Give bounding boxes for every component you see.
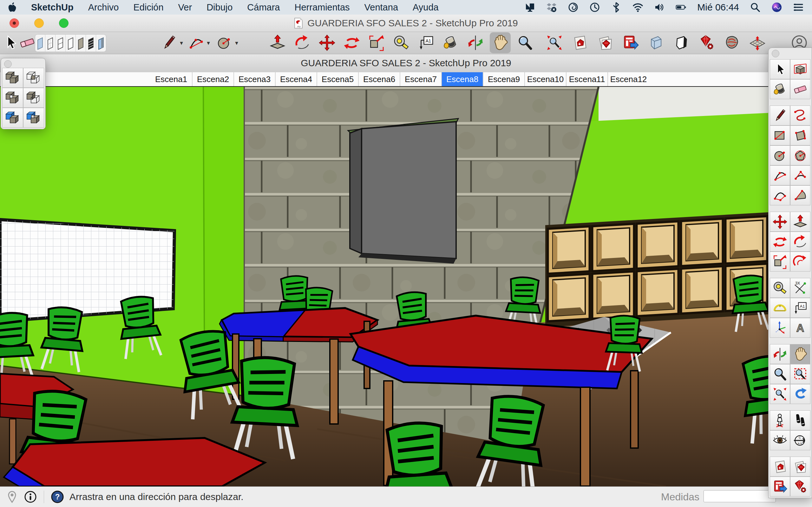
dropbox-icon[interactable] xyxy=(546,2,557,13)
rotate-tool-button[interactable] xyxy=(344,35,360,51)
palette-tool-polygon[interactable] xyxy=(790,146,810,165)
close-button[interactable] xyxy=(9,18,19,28)
materials-button[interactable] xyxy=(724,35,740,51)
palette-tool-axes[interactable] xyxy=(770,318,790,338)
menu-herramientas[interactable]: Herramientas xyxy=(295,2,350,13)
backup-spiral-icon[interactable] xyxy=(568,2,578,13)
tape-measure-tool-button[interactable] xyxy=(393,35,409,51)
apple-menu[interactable] xyxy=(8,2,16,12)
palette-tool-extension-warehouse[interactable] xyxy=(790,476,810,497)
model-viewport[interactable] xyxy=(0,87,812,487)
palette-tool-three-point-arc[interactable] xyxy=(770,185,790,205)
menu-dibujo[interactable]: Dibujo xyxy=(206,2,233,13)
palette-tool-two-point-arc[interactable] xyxy=(770,165,790,185)
palette-tool-look-around[interactable] xyxy=(770,430,790,450)
palette-tool-share-model[interactable] xyxy=(790,457,810,476)
back-edges-style-button[interactable] xyxy=(86,35,96,52)
palette-tool-section-plane[interactable]: CA-S xyxy=(790,430,810,450)
palette-tool-send-to-layout[interactable] xyxy=(770,476,790,497)
palette-tool-move[interactable] xyxy=(770,212,790,232)
shaded-style-button[interactable] xyxy=(65,35,75,52)
tab-escena6[interactable]: Escena6 xyxy=(358,72,400,86)
time-machine-icon[interactable] xyxy=(589,2,600,13)
follow-me-tool-button[interactable] xyxy=(294,35,310,51)
sandbox-button[interactable] xyxy=(749,35,766,51)
palette-tool-protractor[interactable] xyxy=(770,298,790,318)
info-icon[interactable] xyxy=(24,491,37,503)
tab-escena10[interactable]: Escena10 xyxy=(524,72,566,86)
solid-tools-titlebar[interactable] xyxy=(1,58,45,68)
palette-tool-dimensions[interactable]: 3X xyxy=(790,278,810,298)
palette-tool-previous[interactable] xyxy=(790,384,810,404)
line-tool-button[interactable] xyxy=(161,35,177,51)
warehouse-3d-button[interactable] xyxy=(571,35,588,51)
palette-tool-tape-measure[interactable] xyxy=(770,278,790,298)
palette-tool-pie[interactable] xyxy=(790,165,810,185)
minimize-button[interactable] xyxy=(34,18,44,28)
arc-tool-caret[interactable]: ▾ xyxy=(207,39,210,47)
palette-tool-select[interactable] xyxy=(770,59,790,79)
arc-tool-button[interactable] xyxy=(188,35,204,51)
palette-tool-3d-text[interactable]: A xyxy=(790,318,810,338)
palette-tool-paint-bucket[interactable] xyxy=(770,79,790,99)
geolocation-icon[interactable] xyxy=(6,491,18,503)
palette-tool-union[interactable] xyxy=(2,88,23,108)
circle-tool-button[interactable] xyxy=(216,35,233,51)
palette-tool-orbit[interactable] xyxy=(770,344,790,364)
tab-escena1[interactable]: Escena1 xyxy=(150,72,192,86)
menu-camara[interactable]: Cámara xyxy=(247,2,280,13)
zoom-extents-tool-button[interactable] xyxy=(546,35,563,51)
palette-tool-3d-warehouse[interactable] xyxy=(770,457,790,476)
tab-escena9[interactable]: Escena9 xyxy=(483,72,524,86)
spotlight-icon[interactable] xyxy=(750,2,761,13)
notification-center-icon[interactable] xyxy=(793,2,804,13)
menu-ayuda[interactable]: Ayuda xyxy=(413,2,439,13)
palette-close-button-right[interactable] xyxy=(772,50,779,57)
palette-tool-zoom-extents[interactable] xyxy=(770,384,790,404)
palette-tool-make-component[interactable] xyxy=(790,59,810,79)
line-tool-caret[interactable]: ▾ xyxy=(180,39,183,47)
translucent-box-button[interactable] xyxy=(648,35,664,51)
palette-tool-outer-shell[interactable] xyxy=(2,68,23,88)
monochrome-box-button[interactable] xyxy=(673,35,690,51)
volume-icon[interactable] xyxy=(654,2,665,13)
tab-escena3[interactable]: Escena3 xyxy=(234,72,275,86)
tab-escena7[interactable]: Escena7 xyxy=(400,72,441,86)
bluetooth-icon[interactable] xyxy=(611,2,622,13)
palette-tool-pan[interactable] xyxy=(790,344,810,364)
battery-icon[interactable] xyxy=(676,2,687,13)
select-tool-button[interactable] xyxy=(2,35,19,51)
xray-style-button[interactable] xyxy=(35,35,45,52)
shaded-textures-style-button[interactable] xyxy=(75,35,86,52)
palette-tool-eraser[interactable] xyxy=(790,79,810,99)
wifi-icon[interactable] xyxy=(632,2,643,13)
palette-tool-line[interactable] xyxy=(770,106,790,125)
help-icon[interactable]: ? xyxy=(51,491,64,503)
wireframe-style-button[interactable] xyxy=(45,35,55,52)
large-tool-set-titlebar[interactable] xyxy=(768,48,812,59)
palette-tool-push-pull[interactable] xyxy=(790,212,810,232)
menu-app[interactable]: SketchUp xyxy=(31,2,73,13)
push-pull-tool-button[interactable] xyxy=(269,35,286,51)
palette-tool-rotated-rectangle[interactable] xyxy=(790,125,810,146)
orbit-tool-button[interactable] xyxy=(467,35,484,51)
palette-close-button[interactable] xyxy=(4,60,12,68)
tab-escena8[interactable]: Escena8 xyxy=(441,72,483,86)
hidden-line-style-button[interactable] xyxy=(55,35,65,52)
measurements-input[interactable] xyxy=(704,490,776,502)
send-to-layout-button[interactable] xyxy=(622,35,639,51)
scale-tool-button[interactable] xyxy=(368,35,385,51)
siri-icon[interactable] xyxy=(771,2,782,13)
palette-tool-pie-filled[interactable] xyxy=(790,185,810,205)
pan-tool-button[interactable] xyxy=(490,32,511,53)
move-tool-button[interactable] xyxy=(319,35,335,51)
palette-tool-offset[interactable] xyxy=(790,251,810,272)
share-model-button[interactable] xyxy=(597,35,613,51)
tab-escena5[interactable]: Escena5 xyxy=(316,72,358,86)
circle-tool-caret[interactable]: ▾ xyxy=(235,39,238,47)
palette-tool-text[interactable]: A1 xyxy=(790,298,810,318)
paint-bucket-tool-button[interactable] xyxy=(443,35,459,51)
zoom-button[interactable] xyxy=(59,18,68,28)
palette-tool-subtract[interactable] xyxy=(23,88,44,108)
palette-tool-zoom-window[interactable] xyxy=(790,364,810,384)
